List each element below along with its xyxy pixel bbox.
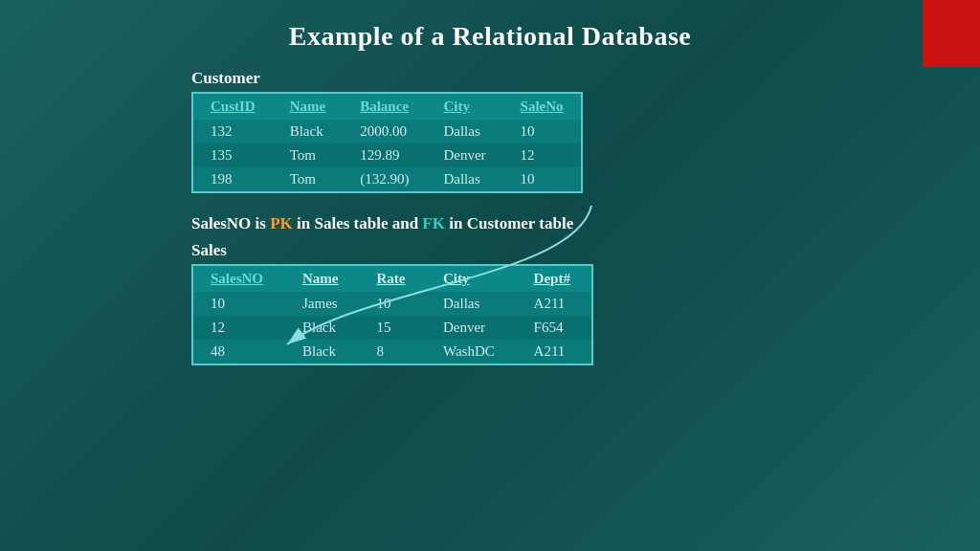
cell-city: Dallas [426, 292, 517, 316]
cell-name: Black [273, 120, 344, 143]
page-title: Example of a Relational Database [0, 0, 980, 69]
customer-col-saleno: SaleNo [503, 93, 582, 120]
cell-saleno: 12 [503, 143, 582, 167]
cell-balance: 2000.00 [343, 120, 426, 143]
cell-salesno: 48 [192, 340, 285, 364]
sales-section: Sales SalesNO Name Rate City Dept# 10 Ja… [191, 241, 593, 375]
cell-saleno: 10 [503, 167, 582, 192]
customer-section: Customer CustID Name Balance City SaleNo… [191, 69, 583, 203]
cell-saleno: 10 [503, 120, 582, 143]
pk-label: PK [270, 214, 293, 232]
customer-table-label: Customer [191, 69, 583, 88]
table-row: 198 Tom (132.90) Dallas 10 [192, 167, 582, 192]
customer-col-custid: CustID [192, 93, 273, 120]
sales-col-rate: Rate [359, 265, 426, 292]
table-row: 135 Tom 129.89 Denver 12 [192, 143, 582, 167]
cell-city: Dallas [426, 120, 502, 143]
cell-city: Denver [426, 143, 502, 167]
sales-header-row: SalesNO Name Rate City Dept# [192, 265, 592, 292]
customer-col-balance: Balance [343, 93, 426, 120]
cell-name: Black [285, 340, 359, 364]
pk-fk-text-before: SalesNO is [191, 214, 270, 232]
sales-col-salesno: SalesNO [192, 265, 285, 292]
pk-fk-description: SalesNO is PK in Sales table and FK in C… [191, 214, 573, 233]
red-corner-decoration [923, 0, 980, 67]
cell-custid: 135 [192, 143, 273, 167]
cell-rate: 8 [359, 340, 426, 364]
customer-table: CustID Name Balance City SaleNo 132 Blac… [191, 92, 583, 193]
sales-col-dept: Dept# [517, 265, 592, 292]
cell-name: James [285, 292, 359, 316]
table-row: 10 James 10 Dallas A211 [192, 292, 592, 316]
cell-custid: 198 [192, 167, 273, 192]
table-row: 132 Black 2000.00 Dallas 10 [192, 120, 582, 143]
cell-rate: 10 [359, 292, 426, 316]
customer-header-row: CustID Name Balance City SaleNo [192, 93, 582, 120]
sales-table: SalesNO Name Rate City Dept# 10 James 10… [191, 264, 593, 365]
sales-table-label: Sales [191, 241, 593, 260]
cell-dept: A211 [517, 292, 592, 316]
cell-name: Tom [273, 143, 344, 167]
cell-rate: 15 [359, 316, 426, 340]
cell-dept: F654 [517, 316, 592, 340]
fk-label: FK [422, 214, 445, 232]
table-row: 12 Black 15 Denver F654 [192, 316, 592, 340]
cell-name: Tom [273, 167, 344, 192]
pk-fk-text-after: in Customer table [445, 214, 573, 232]
sales-col-city: City [426, 265, 517, 292]
cell-city: Dallas [426, 167, 502, 192]
cell-balance: 129.89 [343, 143, 426, 167]
cell-custid: 132 [192, 120, 273, 143]
customer-col-name: Name [273, 93, 344, 120]
cell-salesno: 12 [192, 316, 285, 340]
cell-dept: A211 [517, 340, 592, 364]
cell-city: Denver [426, 316, 517, 340]
pk-fk-text-middle: in Sales table and [293, 214, 423, 232]
table-row: 48 Black 8 WashDC A211 [192, 340, 592, 364]
cell-salesno: 10 [192, 292, 285, 316]
cell-balance: (132.90) [343, 167, 426, 192]
customer-col-city: City [426, 93, 502, 120]
cell-name: Black [285, 316, 359, 340]
cell-city: WashDC [426, 340, 517, 364]
sales-col-name: Name [285, 265, 359, 292]
